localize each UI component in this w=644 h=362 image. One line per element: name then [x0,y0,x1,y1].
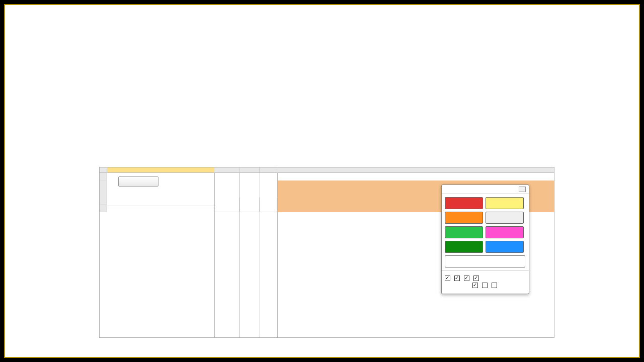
full-day-button[interactable] [445,197,483,209]
row-1[interactable] [100,173,107,180]
spreadsheet-screenshot [99,167,554,338]
hdr-employee [107,205,214,206]
col-C[interactable] [239,167,260,172]
column-header-bar [100,167,554,173]
hdr-days-taken [239,198,260,212]
chk-thur[interactable] [473,276,480,281]
public-holiday-button[interactable] [445,226,483,238]
chk-sat[interactable] [482,283,489,288]
training-button[interactable] [445,241,483,253]
sick-day-button[interactable] [486,226,524,238]
col-A[interactable] [107,167,214,172]
popup-titlebar [442,185,529,194]
show-options-button[interactable] [118,176,158,187]
free-day-button[interactable] [486,197,524,209]
chk-wed[interactable] [464,276,470,281]
holiday-type-popup [441,185,529,294]
chk-sun[interactable] [492,283,498,288]
chk-fri[interactable] [472,283,479,288]
close-icon[interactable] [519,187,526,192]
chk-mon[interactable] [445,276,451,281]
row-3[interactable] [100,180,107,205]
chk-tue[interactable] [454,276,461,281]
half-day-button[interactable] [445,212,483,224]
title-block [5,5,639,11]
clear-button[interactable] [445,255,525,267]
hdr-days-left [260,198,277,212]
col-D[interactable] [260,167,277,172]
row-4[interactable] [100,205,107,212]
col-B[interactable] [214,167,239,172]
day-letter-row [277,173,554,180]
other-button[interactable] [486,241,524,253]
hdr-allocation [214,198,239,212]
provisional-button[interactable] [486,212,524,224]
